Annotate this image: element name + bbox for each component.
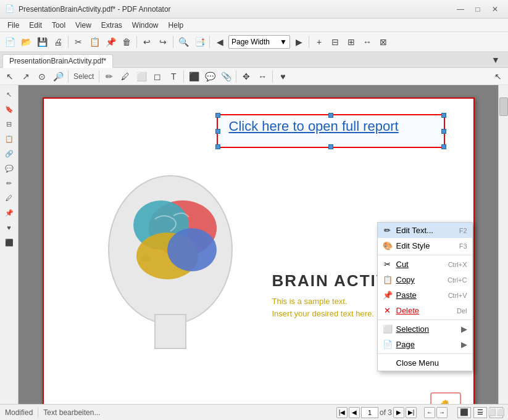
panel-btn8[interactable]: 🖊 bbox=[2, 191, 16, 205]
two-page-btn[interactable]: ⬜⬜ bbox=[489, 407, 503, 418]
panel-btn4[interactable]: 📋 bbox=[2, 132, 16, 146]
panel-btn5[interactable]: 🔗 bbox=[2, 147, 16, 160]
move-btn[interactable]: ✥ bbox=[239, 69, 254, 84]
fav-btn[interactable]: ♥ bbox=[275, 69, 290, 84]
handle-br[interactable] bbox=[441, 144, 446, 149]
panel-btn2[interactable]: 🔖 bbox=[2, 102, 16, 116]
menu-extras[interactable]: Extras bbox=[96, 20, 127, 31]
minimize-button[interactable]: — bbox=[452, 3, 468, 15]
redo-button[interactable]: ↪ bbox=[156, 35, 170, 49]
panel-select-btn[interactable]: ↖ bbox=[2, 88, 16, 101]
delete-button[interactable]: 🗑 bbox=[119, 35, 134, 49]
menu-file[interactable]: File bbox=[2, 20, 24, 31]
scroll-thumb[interactable] bbox=[499, 97, 508, 116]
main-area: ↖ 🔖 ⊟ 📋 🔗 💬 ✏ 🖊 📌 ♥ ⬛ bbox=[0, 85, 508, 404]
ctx-page[interactable]: 📄 Page ▶ bbox=[378, 337, 472, 352]
ctx-delete[interactable]: ✕ Delete Del bbox=[378, 303, 472, 318]
ctx-paste[interactable]: 📌 Paste Ctrl+V bbox=[378, 287, 472, 303]
handle-ml[interactable] bbox=[215, 129, 220, 134]
undo-button[interactable]: ↩ bbox=[139, 35, 154, 49]
menu-help[interactable]: Help bbox=[164, 20, 189, 31]
pencil-btn[interactable]: ✏ bbox=[102, 69, 117, 84]
stamp-btn[interactable]: ⬛ bbox=[186, 69, 201, 84]
first-page-btn[interactable]: |◀ bbox=[336, 407, 348, 418]
close-button[interactable]: ✕ bbox=[487, 3, 503, 15]
menu-view[interactable]: View bbox=[70, 20, 96, 31]
svg-rect-1 bbox=[155, 315, 186, 348]
forward-btn[interactable]: → bbox=[436, 407, 448, 418]
handle-mr[interactable] bbox=[441, 129, 446, 134]
sep8 bbox=[183, 70, 184, 83]
handle-tr[interactable] bbox=[441, 113, 446, 118]
print-button[interactable]: 🖨 bbox=[51, 35, 65, 49]
page-width-dropdown[interactable]: Page Width ▼ bbox=[228, 35, 290, 49]
ctx-edit-text[interactable]: ✏ Edit Text... F2 bbox=[378, 223, 472, 238]
open-button[interactable]: 📂 bbox=[19, 35, 33, 49]
select-btn[interactable]: ↖ bbox=[2, 69, 17, 84]
panel-btn11[interactable]: ⬛ bbox=[2, 236, 16, 249]
tab-menu-button[interactable]: ▼ bbox=[488, 52, 503, 67]
eraser-btn[interactable]: ⬜ bbox=[134, 69, 149, 84]
full-page-button[interactable]: ⊞ bbox=[344, 35, 359, 49]
cursor-btn[interactable]: ↖ bbox=[491, 69, 506, 84]
vertical-scrollbar[interactable] bbox=[498, 85, 508, 404]
handle-tl[interactable] bbox=[215, 113, 220, 118]
ctx-copy[interactable]: 📋 Copy Ctrl+C bbox=[378, 272, 472, 287]
search-button[interactable]: 🔍 bbox=[176, 35, 191, 49]
status-sep1 bbox=[38, 408, 38, 418]
paste-button[interactable]: 📌 bbox=[103, 35, 118, 49]
highlight-btn[interactable]: 🖊 bbox=[118, 69, 133, 84]
ctx-selection[interactable]: ⬜ Selection ▶ bbox=[378, 321, 472, 337]
ctx-cut[interactable]: ✂ Cut Ctrl+X bbox=[378, 257, 472, 272]
zoom-out-button[interactable]: ⊟ bbox=[328, 35, 343, 49]
prev-page-btn[interactable]: ◀ bbox=[349, 407, 360, 418]
floating-annotation-btn[interactable]: ✋ bbox=[430, 392, 461, 404]
panel-btn3[interactable]: ⊟ bbox=[2, 117, 16, 131]
text-btn[interactable]: T bbox=[166, 69, 181, 84]
ctx-edit-style[interactable]: 🎨 Edit Style F3 bbox=[378, 238, 472, 253]
handle-bm[interactable] bbox=[328, 144, 333, 149]
page-width-label: Page Width bbox=[231, 38, 270, 46]
resize-btn[interactable]: ↔ bbox=[255, 69, 270, 84]
zoom-tool-btn[interactable]: 🔎 bbox=[51, 69, 65, 84]
sep1 bbox=[68, 36, 69, 48]
next-page-btn[interactable]: ▶ bbox=[393, 407, 404, 418]
cut-button[interactable]: ✂ bbox=[71, 35, 86, 49]
attach-btn[interactable]: 📎 bbox=[219, 69, 233, 84]
panel-btn10[interactable]: ♥ bbox=[2, 221, 16, 234]
select2-btn[interactable]: ↗ bbox=[19, 69, 33, 84]
menu-edit[interactable]: Edit bbox=[24, 20, 47, 31]
maximize-button[interactable]: □ bbox=[470, 3, 486, 15]
paste-icon: 📌 bbox=[383, 290, 393, 300]
ctx-close[interactable]: Close Menu bbox=[378, 355, 472, 371]
new-button[interactable]: 📄 bbox=[2, 35, 17, 49]
continuous-btn[interactable]: ☰ bbox=[473, 407, 487, 418]
active-tab[interactable]: PresentationBrainActivity.pdf* bbox=[2, 54, 113, 68]
pdf-link-text[interactable]: Click here to open full report bbox=[229, 118, 399, 134]
pdf-area[interactable]: Click here to open full report bbox=[19, 85, 498, 404]
menu-window[interactable]: Window bbox=[127, 20, 164, 31]
zoom-in-button[interactable]: + bbox=[312, 35, 327, 49]
panel-btn7[interactable]: ✏ bbox=[2, 176, 16, 190]
panel-btn6[interactable]: 💬 bbox=[2, 162, 16, 175]
selection-arrow: ▶ bbox=[461, 324, 467, 334]
single-page-btn[interactable]: ⬛ bbox=[457, 407, 471, 418]
menu-tool[interactable]: Tool bbox=[47, 20, 70, 31]
sep5 bbox=[309, 36, 309, 48]
handle-bl[interactable] bbox=[215, 144, 220, 149]
handle-tm[interactable] bbox=[328, 113, 333, 118]
pages-button[interactable]: 📑 bbox=[192, 35, 207, 49]
shape-btn[interactable]: ◻ bbox=[150, 69, 165, 84]
copy-button[interactable]: 📋 bbox=[87, 35, 102, 49]
back-btn[interactable]: ← bbox=[424, 407, 435, 418]
last-page-btn[interactable]: ▶| bbox=[406, 407, 417, 418]
prev-page-button[interactable]: ◀ bbox=[212, 35, 227, 49]
lasso-btn[interactable]: ⊙ bbox=[35, 69, 49, 84]
two-page-button[interactable]: ⊠ bbox=[376, 35, 391, 49]
page-input[interactable] bbox=[361, 407, 378, 418]
sticky-btn[interactable]: 💬 bbox=[202, 69, 217, 84]
panel-btn9[interactable]: 📌 bbox=[2, 206, 16, 220]
save-button[interactable]: 💾 bbox=[35, 35, 49, 49]
next-page-button[interactable]: ▶ bbox=[291, 35, 306, 49]
width-button[interactable]: ↔ bbox=[360, 35, 375, 49]
